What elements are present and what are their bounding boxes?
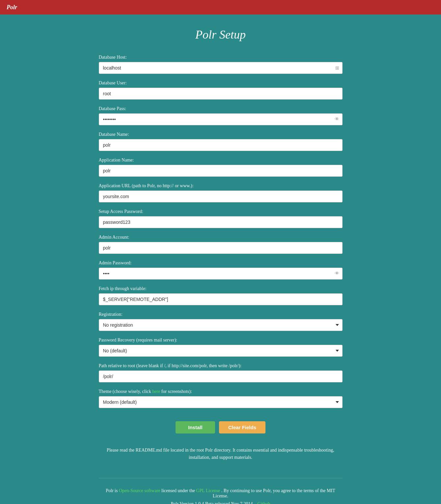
setup-pass-group: Setup Access Password:	[99, 209, 343, 228]
pw-recovery-label: Password Recovery (requires mail server)…	[99, 338, 343, 343]
app-url-label: Application URL (path to Polr, no http:/…	[99, 183, 343, 189]
db-user-input[interactable]	[99, 88, 343, 100]
db-name-label: Database Name:	[99, 132, 343, 137]
admin-account-input[interactable]	[99, 242, 343, 254]
footer: Polr is Open-Source software licensed un…	[99, 478, 343, 504]
footer-opensource-link[interactable]: Open-Source software	[119, 488, 160, 493]
install-button[interactable]: Install	[176, 421, 215, 433]
db-host-icon: ⊞	[335, 65, 339, 71]
theme-label-suffix: for screenshots):	[161, 389, 192, 394]
db-host-label: Database Host:	[99, 55, 343, 60]
fetch-ip-label: Fetch ip through variable:	[99, 286, 343, 291]
setup-pass-label: Setup Access Password:	[99, 209, 343, 214]
app-url-input[interactable]	[99, 191, 343, 202]
admin-account-label: Admin Account:	[99, 235, 343, 240]
db-host-input[interactable]	[99, 62, 343, 74]
footer-gpl-link[interactable]: GPL License	[196, 488, 220, 493]
theme-select[interactable]: Modern (default) Classic	[99, 396, 343, 408]
registration-group: Registration: No registration Allow regi…	[99, 312, 343, 331]
db-name-input[interactable]	[99, 139, 343, 151]
theme-label: Theme (choose wisely, click here for scr…	[99, 389, 343, 394]
pw-recovery-group: Password Recovery (requires mail server)…	[99, 338, 343, 357]
db-pass-input[interactable]	[99, 113, 343, 125]
path-group: Path relative to root (leave blank if /,…	[99, 363, 343, 382]
db-user-label: Database User:	[99, 80, 343, 86]
fetch-ip-group: Fetch ip through variable:	[99, 286, 343, 305]
db-user-group: Database User:	[99, 80, 343, 100]
admin-account-group: Admin Account:	[99, 235, 343, 254]
admin-pass-icon: 👁	[335, 271, 339, 276]
admin-pass-label: Admin Password:	[99, 260, 343, 266]
admin-pass-wrapper: 👁	[99, 268, 343, 280]
db-pass-wrapper: 👁	[99, 113, 343, 125]
button-row: Install Clear Fields	[99, 421, 343, 433]
theme-group: Theme (choose wisely, click here for scr…	[99, 389, 343, 408]
registration-label: Registration:	[99, 312, 343, 317]
theme-here-link[interactable]: here	[152, 389, 160, 394]
db-host-wrapper: ⊞	[99, 62, 343, 74]
fetch-ip-input[interactable]	[99, 293, 343, 305]
page-title: Polr Setup	[99, 28, 343, 42]
admin-pass-group: Admin Password: 👁	[99, 260, 343, 280]
navbar-brand[interactable]: Polr	[7, 4, 17, 11]
navbar: Polr	[0, 0, 441, 15]
app-name-group: Application Name:	[99, 158, 343, 177]
footer-line1: Polr is Open-Source software licensed un…	[99, 488, 343, 499]
db-host-group: Database Host: ⊞	[99, 55, 343, 74]
footer-licensed-mid: licensed under the	[161, 488, 196, 493]
admin-pass-input[interactable]	[99, 268, 343, 280]
footer-mit-post: . By continuing to use Polr, you agree t…	[213, 488, 335, 498]
app-name-label: Application Name:	[99, 158, 343, 163]
footer-version-pre: Polr Version 1.0.4 Beta released Nov 7 2…	[171, 501, 258, 504]
db-pass-group: Database Pass: 👁	[99, 106, 343, 125]
app-url-group: Application URL (path to Polr, no http:/…	[99, 183, 343, 202]
registration-select[interactable]: No registration Allow registration Open …	[99, 319, 343, 331]
path-label: Path relative to root (leave blank if /,…	[99, 363, 343, 369]
db-pass-icon: 👁	[335, 117, 339, 122]
db-pass-label: Database Pass:	[99, 106, 343, 111]
clear-fields-button[interactable]: Clear Fields	[219, 421, 265, 433]
setup-pass-input[interactable]	[99, 216, 343, 228]
db-name-group: Database Name:	[99, 132, 343, 151]
main-content: Polr Setup Database Host: ⊞ Database Use…	[92, 15, 349, 504]
theme-label-pre: Theme (choose wisely, click	[99, 389, 151, 394]
footer-polr-pre: Polr is	[106, 488, 119, 493]
pw-recovery-select[interactable]: No (default) Yes	[99, 345, 343, 357]
app-name-input[interactable]	[99, 165, 343, 177]
footer-github-link[interactable]: Github	[258, 501, 270, 504]
path-input[interactable]	[99, 371, 343, 382]
footer-line2: Polr Version 1.0.4 Beta released Nov 7 2…	[99, 501, 343, 504]
info-text: Please read the README.md file located i…	[99, 447, 343, 461]
